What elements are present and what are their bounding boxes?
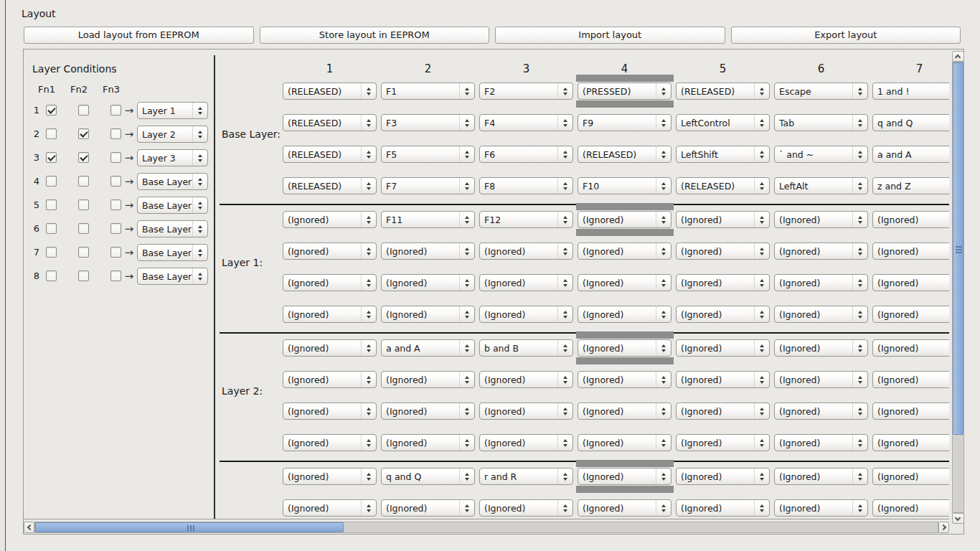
- keymap-select[interactable]: (Ignored): [381, 434, 475, 451]
- keymap-select[interactable]: (Ignored): [578, 468, 672, 485]
- keymap-select[interactable]: (Ignored): [774, 468, 868, 485]
- keymap-select[interactable]: (Ignored): [774, 499, 868, 517]
- keymap-select[interactable]: a and A: [872, 146, 949, 163]
- fn1-checkbox[interactable]: [46, 247, 57, 258]
- layer-target-select[interactable]: Base Layer: [137, 268, 208, 285]
- keymap-select[interactable]: (Ignored): [578, 499, 672, 517]
- fn2-checkbox[interactable]: [78, 176, 89, 187]
- import-layout-button[interactable]: Import layout: [495, 27, 725, 44]
- layer-target-select[interactable]: Base Layer: [137, 244, 208, 261]
- fn1-checkbox[interactable]: [46, 270, 57, 281]
- keymap-select[interactable]: (Ignored): [283, 402, 377, 420]
- fn1-checkbox[interactable]: [46, 105, 57, 116]
- keymap-select[interactable]: (Ignored): [774, 402, 868, 420]
- vertical-scrollbar-thumb[interactable]: [953, 62, 963, 435]
- keymap-select[interactable]: (Ignored): [774, 306, 868, 323]
- keymap-select[interactable]: Escape: [774, 83, 868, 100]
- fn2-checkbox[interactable]: [78, 270, 89, 281]
- export-layout-button[interactable]: Export layout: [731, 27, 961, 44]
- keymap-select[interactable]: (Ignored): [479, 274, 573, 291]
- keymap-select[interactable]: (Ignored): [283, 499, 377, 517]
- fn3-checkbox[interactable]: [110, 223, 121, 234]
- keymap-select[interactable]: (Ignored): [774, 242, 868, 260]
- keymap-select[interactable]: F7: [381, 177, 475, 194]
- store-layout-in-eeprom-button[interactable]: Store layout in EEPROM: [260, 27, 490, 44]
- fn2-checkbox[interactable]: [78, 152, 89, 163]
- fn1-checkbox[interactable]: [46, 223, 57, 234]
- keymap-select[interactable]: (Ignored): [283, 468, 377, 485]
- keymap-select[interactable]: F1: [381, 83, 475, 100]
- keymap-select[interactable]: (Ignored): [872, 402, 949, 420]
- keymap-select[interactable]: F12: [479, 211, 573, 228]
- keymap-select[interactable]: (Ignored): [283, 211, 377, 228]
- keymap-select[interactable]: LeftControl: [676, 114, 770, 131]
- fn2-checkbox[interactable]: [78, 223, 89, 234]
- keymap-select[interactable]: (Ignored): [872, 274, 949, 291]
- keymap-select[interactable]: (RELEASED): [283, 83, 377, 100]
- keymap-select[interactable]: (Ignored): [676, 434, 770, 451]
- keymap-select[interactable]: (RELEASED): [283, 177, 377, 194]
- keymap-select[interactable]: (Ignored): [283, 434, 377, 451]
- keymap-select[interactable]: (Ignored): [479, 371, 573, 388]
- keymap-select[interactable]: (Ignored): [578, 371, 672, 388]
- keymap-select[interactable]: (Ignored): [578, 211, 672, 228]
- keymap-select[interactable]: (Ignored): [381, 371, 475, 388]
- keymap-select[interactable]: F11: [381, 211, 475, 228]
- keymap-select[interactable]: (Ignored): [578, 242, 672, 260]
- keymap-select[interactable]: (Ignored): [283, 306, 377, 323]
- horizontal-scrollbar[interactable]: [24, 522, 949, 533]
- fn3-checkbox[interactable]: [110, 199, 121, 210]
- layer-target-select[interactable]: Layer 2: [137, 126, 208, 143]
- keymap-select[interactable]: F6: [479, 146, 573, 163]
- fn3-checkbox[interactable]: [110, 176, 121, 187]
- keymap-select[interactable]: F3: [381, 114, 475, 131]
- keymap-select[interactable]: (Ignored): [872, 339, 949, 357]
- scroll-right-button[interactable]: [938, 522, 949, 533]
- keymap-select[interactable]: (Ignored): [774, 339, 868, 357]
- keymap-select[interactable]: (Ignored): [283, 339, 377, 357]
- fn1-checkbox[interactable]: [46, 152, 57, 163]
- keymap-select[interactable]: a and A: [381, 339, 475, 357]
- layer-target-select[interactable]: Layer 1: [137, 102, 208, 119]
- vertical-scrollbar-track[interactable]: [952, 62, 964, 513]
- keymap-select[interactable]: (RELEASED): [283, 146, 377, 163]
- keymap-select[interactable]: (Ignored): [381, 242, 475, 260]
- fn3-checkbox[interactable]: [110, 105, 121, 116]
- keymap-select[interactable]: z and Z: [872, 177, 949, 194]
- keymap-select[interactable]: ` and ~: [774, 146, 868, 163]
- fn1-checkbox[interactable]: [46, 176, 57, 187]
- keymap-select[interactable]: F9: [578, 114, 672, 131]
- keymap-select[interactable]: (Ignored): [578, 306, 672, 323]
- fn1-checkbox[interactable]: [46, 128, 57, 139]
- keymap-select[interactable]: (Ignored): [676, 371, 770, 388]
- keymap-select[interactable]: F8: [479, 177, 573, 194]
- keymap-select[interactable]: (Ignored): [283, 371, 377, 388]
- keymap-select[interactable]: LeftAlt: [774, 177, 868, 194]
- keymap-select[interactable]: (Ignored): [774, 274, 868, 291]
- keymap-select[interactable]: (RELEASED): [578, 146, 672, 163]
- keymap-select[interactable]: (Ignored): [479, 242, 573, 260]
- layer-target-select[interactable]: Layer 3: [137, 149, 208, 166]
- layer-target-select[interactable]: Base Layer: [137, 197, 208, 214]
- keymap-select[interactable]: (Ignored): [283, 274, 377, 291]
- keymap-select[interactable]: (Ignored): [381, 306, 475, 323]
- keymap-select[interactable]: (RELEASED): [676, 177, 770, 194]
- keymap-select[interactable]: (Ignored): [381, 402, 475, 420]
- keymap-select[interactable]: (Ignored): [872, 499, 949, 517]
- keymap-select[interactable]: (Ignored): [283, 242, 377, 260]
- keymap-select[interactable]: F4: [479, 114, 573, 131]
- keymap-select[interactable]: (Ignored): [578, 339, 672, 357]
- fn3-checkbox[interactable]: [110, 247, 121, 258]
- keymap-select[interactable]: Tab: [774, 114, 868, 131]
- keymap-select[interactable]: (Ignored): [676, 211, 770, 228]
- keymap-select[interactable]: (Ignored): [676, 242, 770, 260]
- keymap-select[interactable]: (Ignored): [872, 434, 949, 451]
- keymap-select[interactable]: (Ignored): [479, 402, 573, 420]
- keymap-select[interactable]: (Ignored): [578, 402, 672, 420]
- layer-target-select[interactable]: Base Layer: [137, 220, 208, 237]
- fn2-checkbox[interactable]: [78, 199, 89, 210]
- keymap-select[interactable]: F10: [578, 177, 672, 194]
- fn1-checkbox[interactable]: [46, 199, 57, 210]
- fn2-checkbox[interactable]: [78, 105, 89, 116]
- fn2-checkbox[interactable]: [78, 128, 89, 139]
